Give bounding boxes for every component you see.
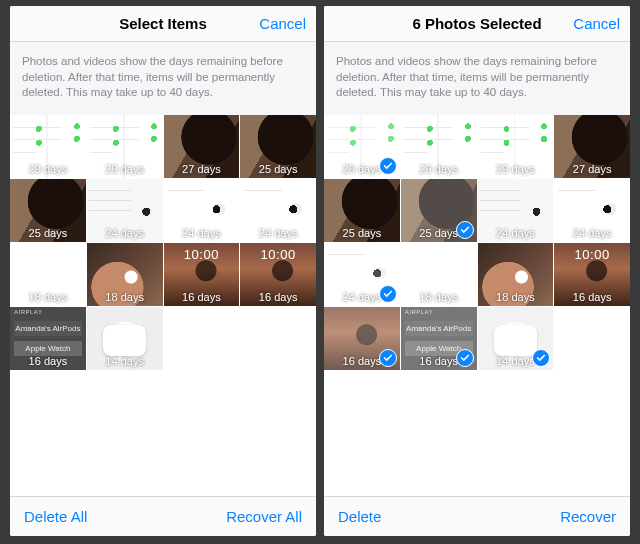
- days-label: 24 days: [478, 227, 554, 239]
- photo-thumbnail[interactable]: AIRPLAY Amanda's AirPods Apple Watch 16 …: [10, 307, 86, 370]
- photo-thumbnail[interactable]: AIRPLAY Amanda's AirPods Apple Watch 16 …: [401, 307, 477, 370]
- days-label: 29 days: [10, 163, 86, 175]
- nav-title: 6 Photos Selected: [412, 15, 541, 32]
- days-label: 27 days: [164, 163, 240, 175]
- days-label: 24 days: [240, 227, 316, 239]
- navbar: 6 Photos Selected Cancel: [324, 6, 630, 42]
- photo-thumbnail[interactable]: 24 days: [478, 179, 554, 242]
- photo-thumbnail[interactable]: 25 days: [10, 179, 86, 242]
- days-label: 16 days: [240, 291, 316, 303]
- phone-left: Select Items Cancel Photos and videos sh…: [10, 6, 316, 536]
- airplay-header: AIRPLAY: [405, 309, 433, 315]
- airplay-item: Amanda's AirPods: [14, 321, 82, 336]
- days-label: 16 days: [164, 291, 240, 303]
- airplay-item: Apple Watch: [14, 341, 82, 356]
- days-label: 29 days: [478, 163, 554, 175]
- photo-thumbnail[interactable]: 24 days: [87, 179, 163, 242]
- photo-thumbnail[interactable]: 24 days: [240, 179, 316, 242]
- photo-thumbnail[interactable]: 24 days: [324, 243, 400, 306]
- photo-grid: 29 days 29 days 29 days 27 days 25 days …: [324, 115, 630, 370]
- check-icon: [456, 221, 474, 239]
- days-label: 25 days: [240, 163, 316, 175]
- photo-grid: 29 days 29 days 27 days 25 days 25 days …: [10, 115, 316, 370]
- days-label: 18 days: [478, 291, 554, 303]
- photo-thumbnail[interactable]: 27 days: [554, 115, 630, 178]
- days-label: 18 days: [401, 291, 477, 303]
- check-icon: [379, 157, 397, 175]
- cancel-button[interactable]: Cancel: [259, 15, 306, 32]
- photo-thumbnail[interactable]: 25 days: [324, 179, 400, 242]
- recover-all-button[interactable]: Recover All: [226, 508, 302, 525]
- photo-thumbnail[interactable]: 18 days: [401, 243, 477, 306]
- days-label: 24 days: [554, 227, 630, 239]
- days-label: 25 days: [324, 227, 400, 239]
- days-label: 18 days: [10, 291, 86, 303]
- days-label: 29 days: [87, 163, 163, 175]
- days-label: 16 days: [554, 291, 630, 303]
- check-icon: [379, 349, 397, 367]
- toolbar: Delete Recover: [324, 496, 630, 536]
- phone-right: 6 Photos Selected Cancel Photos and vide…: [324, 6, 630, 536]
- photo-thumbnail[interactable]: 18 days: [478, 243, 554, 306]
- photo-thumbnail[interactable]: 16 days: [240, 243, 316, 306]
- delete-all-button[interactable]: Delete All: [24, 508, 87, 525]
- photo-thumbnail[interactable]: 29 days: [324, 115, 400, 178]
- spacer: [324, 370, 630, 496]
- days-label: 25 days: [10, 227, 86, 239]
- photo-thumbnail[interactable]: 29 days: [478, 115, 554, 178]
- photo-thumbnail[interactable]: 24 days: [554, 179, 630, 242]
- days-label: 16 days: [10, 355, 86, 367]
- photo-thumbnail[interactable]: 29 days: [401, 115, 477, 178]
- airplay-item: Amanda's AirPods: [405, 321, 473, 336]
- nav-title: Select Items: [119, 15, 207, 32]
- photo-thumbnail[interactable]: 16 days: [164, 243, 240, 306]
- info-text: Photos and videos show the days remainin…: [324, 42, 630, 115]
- recover-button[interactable]: Recover: [560, 508, 616, 525]
- photo-thumbnail[interactable]: 24 days: [164, 179, 240, 242]
- photo-thumbnail[interactable]: 16 days: [554, 243, 630, 306]
- spacer: [10, 370, 316, 496]
- days-label: 18 days: [87, 291, 163, 303]
- photo-thumbnail[interactable]: 29 days: [10, 115, 86, 178]
- empty-cell: [164, 307, 240, 370]
- days-label: 24 days: [87, 227, 163, 239]
- cancel-button[interactable]: Cancel: [573, 15, 620, 32]
- photo-thumbnail[interactable]: 18 days: [10, 243, 86, 306]
- photo-thumbnail[interactable]: 25 days: [401, 179, 477, 242]
- photo-thumbnail[interactable]: 18 days: [87, 243, 163, 306]
- check-icon: [532, 349, 550, 367]
- photo-thumbnail[interactable]: 27 days: [164, 115, 240, 178]
- days-label: 24 days: [164, 227, 240, 239]
- check-icon: [456, 349, 474, 367]
- days-label: 14 days: [87, 355, 163, 367]
- photo-thumbnail[interactable]: 16 days: [324, 307, 400, 370]
- photo-thumbnail[interactable]: 14 days: [87, 307, 163, 370]
- navbar: Select Items Cancel: [10, 6, 316, 42]
- check-icon: [379, 285, 397, 303]
- days-label: 27 days: [554, 163, 630, 175]
- photo-thumbnail[interactable]: 29 days: [87, 115, 163, 178]
- delete-button[interactable]: Delete: [338, 508, 381, 525]
- photo-thumbnail[interactable]: 25 days: [240, 115, 316, 178]
- empty-cell: [240, 307, 316, 370]
- empty-cell: [554, 307, 630, 370]
- toolbar: Delete All Recover All: [10, 496, 316, 536]
- days-label: 29 days: [401, 163, 477, 175]
- photo-thumbnail[interactable]: 14 days: [478, 307, 554, 370]
- airplay-header: AIRPLAY: [14, 309, 42, 315]
- info-text: Photos and videos show the days remainin…: [10, 42, 316, 115]
